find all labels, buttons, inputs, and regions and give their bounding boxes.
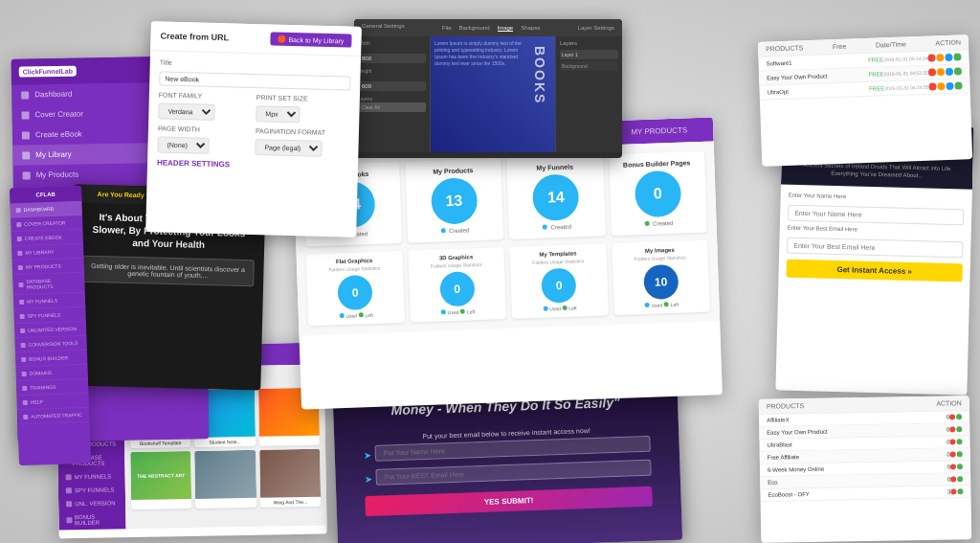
t2r4-act-green[interactable] <box>957 451 963 457</box>
row3-action-green[interactable] <box>954 81 962 89</box>
t2r3-act-green[interactable] <box>956 439 962 444</box>
row3-date: 2019-01-31 04:34:55 <box>884 84 929 92</box>
table2-row-10[interactable]: EcoBoost - OFY 3 <box>760 486 970 502</box>
tmpl-side-unlimited[interactable]: UNL. VERSION <box>58 496 125 510</box>
layer-row[interactable]: Layer 1 <box>560 50 618 59</box>
row2-actions <box>928 67 962 76</box>
tmpl-side-funnels[interactable]: MY FUNNELS <box>58 469 125 484</box>
shapes-tab[interactable]: Shapes <box>521 25 540 32</box>
row2-action-green[interactable] <box>954 67 962 75</box>
table-panel: PRODUCTS Free Date/Time ACTION Software1… <box>758 34 972 167</box>
t2r5-name: 6-Week Money Online <box>768 464 947 473</box>
row3-action-blue[interactable] <box>946 82 953 90</box>
row3-price: FREE <box>869 85 884 92</box>
tmpl-title-abstract <box>131 499 191 504</box>
3d-graphics-card: 3D Graphics Folders Usage Statistics 0 U… <box>408 247 506 322</box>
height-field[interactable] <box>358 81 426 91</box>
funnels-label: My Funnels <box>514 163 595 172</box>
table-col-date: Date/Time <box>876 40 906 48</box>
tmpl-side-bonus[interactable]: BONUS BUILDER <box>58 509 125 530</box>
tmpl-left-dot <box>562 305 567 310</box>
editor-toolbar: General Settings File Background Image S… <box>354 19 622 36</box>
editor-canvas: BOOKS Lorem Ipsum is simply dummy text o… <box>431 36 555 152</box>
hypno-email-input[interactable] <box>787 237 963 258</box>
editor-main: Width Height Layers Clear All BOOKS Lore… <box>354 36 622 152</box>
t2r4-act-red[interactable] <box>950 451 956 457</box>
3d-used-dot <box>441 309 446 314</box>
height-label: PAGINATION FORMAT <box>256 127 349 137</box>
height-select[interactable]: Page (legal) <box>255 139 322 157</box>
age-box: Getting older is inevitable. Until scien… <box>81 256 255 287</box>
url-creator-body: Title FONT FAMILY Verdana PRINT SET SIZE… <box>147 51 361 184</box>
row3-action-red[interactable] <box>928 82 936 90</box>
general-settings-label: General Settings <box>362 23 405 29</box>
template-card-6[interactable]: Wing And The... <box>259 449 321 508</box>
size-select[interactable]: Mpx <box>256 105 300 123</box>
template-card-4[interactable]: THE ABSTRACT ART <box>130 451 191 509</box>
title-input[interactable] <box>159 71 350 90</box>
tmpl-bonus-icon <box>66 517 72 523</box>
side2-unl-icon <box>20 328 25 332</box>
table2-panel: PRODUCTS ACTION AffiliateX 0 Easy Your O… <box>759 396 972 543</box>
3d-sub: Folders Usage Statistics <box>413 260 499 269</box>
images-card: My Images Folders Usage Statistics 10 Us… <box>612 240 710 315</box>
t2r1-actions <box>949 414 962 419</box>
t2r5-act-green[interactable] <box>957 464 963 469</box>
t2r10-act-red[interactable] <box>950 488 956 494</box>
size-label: PRINT SET SIZE <box>256 94 350 103</box>
table2-col-action: ACTION <box>936 399 962 406</box>
t2r3-act-red[interactable] <box>949 439 955 444</box>
stats-grid: My eBooks 14 Created My Products 13 Crea… <box>302 151 707 247</box>
font-select[interactable]: Verdana <box>158 102 214 121</box>
side2-db[interactable]: DATABASE PRODUCTS <box>12 273 85 296</box>
row1-action-blue[interactable] <box>945 54 952 61</box>
tmpl-side-spy[interactable]: SPY FUNNELS <box>58 483 125 497</box>
t2r5-act-red[interactable] <box>950 464 956 469</box>
dash-nav-products[interactable]: MY PRODUCTS <box>631 125 687 136</box>
image-tab[interactable]: Image <box>498 25 514 32</box>
t2r1-act-red[interactable] <box>949 414 955 419</box>
width-field[interactable] <box>358 54 426 63</box>
hypno-name-input[interactable] <box>788 204 964 225</box>
back-to-library-button[interactable]: Back to My Library <box>270 32 351 47</box>
t2r2-act-green[interactable] <box>956 426 962 432</box>
email-arrow-icon: ➤ <box>365 474 372 485</box>
flat-left-dot <box>358 312 363 317</box>
t2r1-name: AffiliateX <box>767 415 947 423</box>
row3-actions <box>928 81 962 90</box>
hypno-form-label: Enter Your Name Here <box>789 192 965 202</box>
side2-create-icon <box>17 236 22 240</box>
row1-action-orange[interactable] <box>936 54 944 61</box>
row1-action-red[interactable] <box>927 54 935 61</box>
sales-submit-button[interactable]: YES SUBMIT! <box>365 486 653 516</box>
t2r6-act-green[interactable] <box>957 476 963 482</box>
template-card-5[interactable] <box>195 450 256 509</box>
row2-action-red[interactable] <box>928 68 936 76</box>
screenshot-container: ClickFunnelLab Dashboard Cover Creator C… <box>0 0 980 543</box>
background-tab[interactable]: Background <box>458 25 489 32</box>
images-circle: 10 <box>643 264 679 300</box>
sidebar-logo: ClickFunnelLab <box>19 66 77 78</box>
hypno-access-button[interactable]: Get Instant Access » <box>786 259 962 282</box>
side2-traffic[interactable]: AUTOMATED TRAFFIC <box>17 408 89 425</box>
row2-action-orange[interactable] <box>937 68 945 76</box>
width-select[interactable]: (None) <box>157 136 209 153</box>
url-creator-title: Create from URL <box>160 31 229 42</box>
t2r6-act-red[interactable] <box>950 476 956 482</box>
tmpl-img-abstract: THE ABSTRACT ART <box>130 451 191 500</box>
file-tab[interactable]: File <box>442 25 452 32</box>
t2r2-act-red[interactable] <box>949 426 955 432</box>
t2r10-actions <box>950 488 963 494</box>
t2r1-act-green[interactable] <box>956 414 962 419</box>
t2r4-name: Free Affiliate <box>768 452 947 461</box>
layer-item[interactable]: Clear All <box>358 102 426 112</box>
t2r10-act-green[interactable] <box>957 488 963 494</box>
row3-action-orange[interactable] <box>937 82 945 90</box>
side2-logo-text: CFLAB <box>14 191 77 198</box>
row1-action-green[interactable] <box>953 53 961 60</box>
row2-action-blue[interactable] <box>946 68 953 76</box>
t2r2-actions <box>949 426 962 432</box>
images-stats: Used Left <box>619 301 704 309</box>
cover-creator-icon <box>21 111 29 119</box>
bonus-dot <box>644 221 649 226</box>
